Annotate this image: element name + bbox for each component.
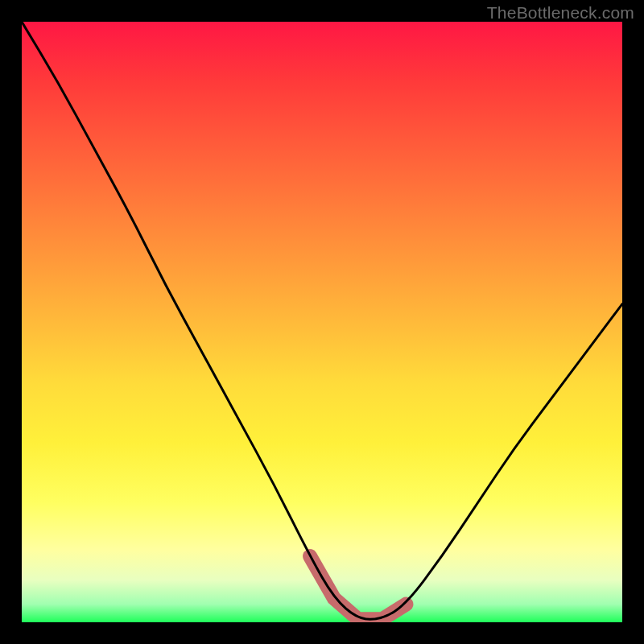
- chart-frame: TheBottleneck.com: [0, 0, 644, 644]
- watermark-text: TheBottleneck.com: [487, 3, 634, 23]
- bottleneck-curve-line: [22, 22, 622, 619]
- curve-layer: [22, 22, 622, 622]
- plot-area: [22, 22, 622, 622]
- optimal-range-band: [310, 556, 406, 619]
